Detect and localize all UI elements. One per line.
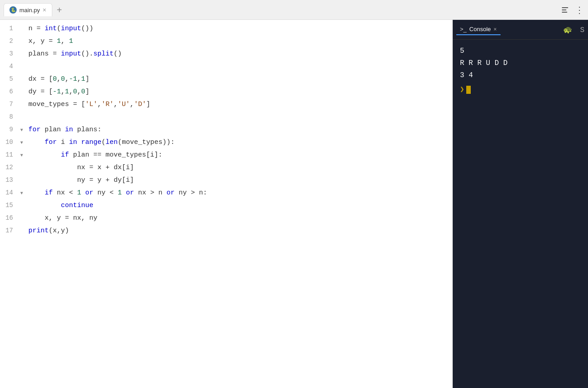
code-content: continue <box>27 200 93 211</box>
code-line: 12 nx = x + dx[i] <box>0 162 452 175</box>
code-content: n = int(input()) <box>27 23 93 34</box>
code-content: move_types = ['L','R','U','D'] <box>27 99 150 110</box>
code-line: 7move_types = ['L','R','U','D'] <box>0 99 452 112</box>
line-number: 13 <box>0 175 20 185</box>
code-line: 13 ny = y + dy[i] <box>0 175 452 188</box>
console-tab-bar: >_ Console × 🐢 S <box>453 20 588 40</box>
console-line: 3 4 <box>460 69 581 82</box>
toolbar-right: ⋮ <box>560 5 584 15</box>
console-tab-label: Console <box>469 26 491 32</box>
console-line: 5 <box>460 45 581 57</box>
code-line: 17print(x,y) <box>0 226 452 238</box>
console-tab-right: 🐢 S <box>563 25 584 34</box>
console-prompt-line: ❯ <box>460 84 581 96</box>
line-number: 15 <box>0 200 20 210</box>
line-number: 1 <box>0 23 20 33</box>
code-line: 5dx = [0,0,-1,1] <box>0 74 452 87</box>
line-number: 14 <box>0 188 20 198</box>
code-line: 8 <box>0 112 452 125</box>
fold-arrow[interactable]: ▼ <box>20 127 27 134</box>
cursor <box>466 86 471 94</box>
more-options-button[interactable]: ⋮ <box>575 5 584 15</box>
code-content: dy = [-1,1,0,0] <box>27 87 89 97</box>
code-content: for i in range(len(move_types)): <box>27 137 175 148</box>
svg-rect-1 <box>562 9 566 10</box>
code-line: 14▼ if nx < 1 or ny < 1 or nx > n or ny … <box>0 188 452 200</box>
line-number: 17 <box>0 226 20 236</box>
code-content: plans = input().split() <box>27 49 122 60</box>
code-content: x, y = nx, ny <box>27 213 97 224</box>
code-line: 10▼ for i in range(len(move_types)): <box>0 137 452 150</box>
line-number: 5 <box>0 74 20 84</box>
prompt-symbol: ❯ <box>460 84 464 96</box>
settings-icon: S <box>580 26 584 34</box>
code-line: 1n = int(input()) <box>0 23 452 36</box>
turtle-icon: 🐢 <box>563 26 572 34</box>
tab-main-py[interactable]: 🐍 main.py × <box>4 3 52 16</box>
svg-rect-2 <box>562 12 567 13</box>
code-line: 9▼for plan in plans: <box>0 125 452 137</box>
outline-button[interactable] <box>560 5 570 14</box>
code-content: ny = y + dy[i] <box>27 175 134 186</box>
more-icon: ⋮ <box>575 5 584 15</box>
console-tab[interactable]: >_ Console × <box>456 24 501 35</box>
tab-label: main.py <box>19 7 40 14</box>
code-content: x, y = 1, 1 <box>27 36 73 47</box>
line-number: 11 <box>0 150 20 160</box>
line-number: 6 <box>0 87 20 97</box>
line-number: 12 <box>0 162 20 172</box>
code-line: 6dy = [-1,1,0,0] <box>0 87 452 99</box>
code-container: 1n = int(input())2x, y = 1, 13plans = in… <box>0 20 452 242</box>
fold-arrow[interactable]: ▼ <box>20 152 27 159</box>
line-number: 10 <box>0 137 20 147</box>
line-number: 16 <box>0 213 20 223</box>
svg-rect-0 <box>562 7 568 8</box>
tab-bar: 🐍 main.py × + ⋮ <box>0 0 588 20</box>
console-close-button[interactable]: × <box>494 26 497 32</box>
code-content: nx = x + dx[i] <box>27 162 134 173</box>
line-number: 2 <box>0 36 20 46</box>
line-number: 3 <box>0 49 20 59</box>
code-line: 16 x, y = nx, ny <box>0 213 452 226</box>
code-line: 11▼ if plan == move_types[i]: <box>0 150 452 162</box>
code-content: dx = [0,0,-1,1] <box>27 74 89 85</box>
tab-close-button[interactable]: × <box>43 7 46 13</box>
python-icon: 🐍 <box>9 6 17 14</box>
line-number: 8 <box>0 112 20 122</box>
console-panel: >_ Console × 🐢 S 5R R R U D D3 4❯ <box>453 20 588 388</box>
code-content: if plan == move_types[i]: <box>27 150 162 161</box>
add-tab-button[interactable]: + <box>54 5 65 14</box>
code-line: 3plans = input().split() <box>0 49 452 61</box>
fold-arrow[interactable]: ▼ <box>20 139 27 147</box>
console-output: 5R R R U D D3 4❯ <box>453 40 588 388</box>
console-tab-icon: >_ <box>460 26 467 32</box>
code-content: print(x,y) <box>27 226 69 236</box>
code-content: if nx < 1 or ny < 1 or nx > n or ny > n: <box>27 188 207 199</box>
main-area: 1n = int(input())2x, y = 1, 13plans = in… <box>0 20 588 388</box>
fold-arrow[interactable]: ▼ <box>20 190 27 197</box>
console-line: R R R U D D <box>460 57 581 69</box>
code-content: for plan in plans: <box>27 125 101 135</box>
outline-icon <box>560 5 570 14</box>
line-number: 9 <box>0 125 20 134</box>
code-line: 2x, y = 1, 1 <box>0 36 452 49</box>
editor-panel[interactable]: 1n = int(input())2x, y = 1, 13plans = in… <box>0 20 453 388</box>
line-number: 7 <box>0 99 20 109</box>
code-line: 4 <box>0 61 452 74</box>
code-line: 15 continue <box>0 200 452 213</box>
line-number: 4 <box>0 61 20 71</box>
